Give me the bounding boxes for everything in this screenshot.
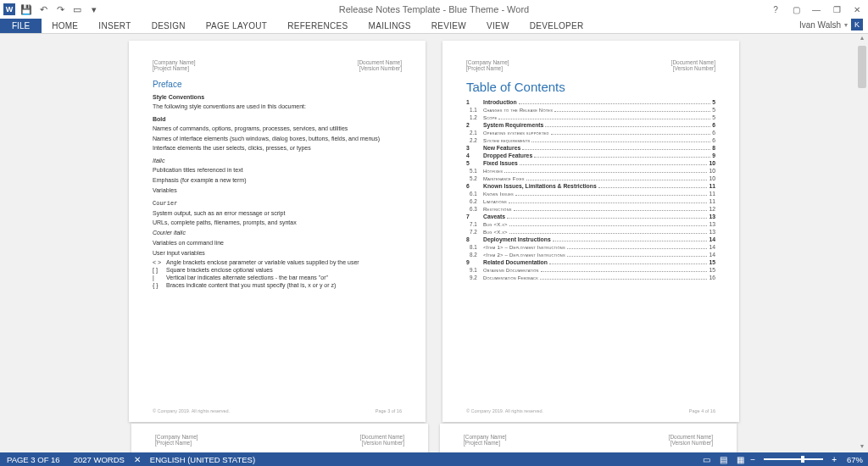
style-conventions-heading: Style Conventions xyxy=(153,94,402,100)
status-page[interactable]: PAGE 3 OF 16 xyxy=(0,455,67,464)
toc-entry[interactable]: 7.2Bug <X.x>13 xyxy=(466,229,715,236)
toc-entry[interactable]: 7.1Bug <X.x>13 xyxy=(466,221,715,228)
document-area[interactable]: [Company Name][Project Name] [Document N… xyxy=(0,34,868,452)
page-header: [Company Name][Project Name] [Document N… xyxy=(153,59,402,71)
zoom-out-button[interactable]: − xyxy=(750,455,755,464)
ribbon-tabs: FILE HOME INSERT DESIGN PAGE LAYOUT REFE… xyxy=(0,19,868,34)
toc-entry[interactable]: 5.1Hotfixes10 xyxy=(466,168,715,175)
tab-mailings[interactable]: MAILINGS xyxy=(359,19,421,33)
toc-entry[interactable]: 9Related Documentation15 xyxy=(466,259,715,266)
window-title: Release Notes Template - Blue Theme - Wo… xyxy=(0,4,868,14)
tab-design[interactable]: DESIGN xyxy=(142,19,196,33)
title-bar: W 💾 ↶ ↷ ▭ ▾ Release Notes Template - Blu… xyxy=(0,0,868,19)
tab-insert[interactable]: INSERT xyxy=(88,19,141,33)
read-mode-icon[interactable]: ▭ xyxy=(699,454,713,464)
qat-customize-icon[interactable]: ▾ xyxy=(88,3,100,15)
tab-page-layout[interactable]: PAGE LAYOUT xyxy=(196,19,277,33)
toc-entry[interactable]: 1.2Scope5 xyxy=(466,114,715,121)
print-layout-icon[interactable]: ▤ xyxy=(716,454,730,464)
toc-heading: Table of Contents xyxy=(466,80,715,94)
tab-review[interactable]: REVIEW xyxy=(421,19,476,33)
toc-entry[interactable]: 8.2<Item 2> – Deployment Instructions14 xyxy=(466,252,715,258)
toc-entry[interactable]: 5.2Maintenance Fixes10 xyxy=(466,175,715,182)
tab-developer[interactable]: DEVELOPER xyxy=(520,19,594,33)
word-app-icon: W xyxy=(3,3,15,15)
status-words[interactable]: 2027 WORDS xyxy=(67,455,131,464)
toc-entry[interactable]: 7Caveats13 xyxy=(466,214,715,220)
ribbon-toggle-icon[interactable]: ▢ xyxy=(790,3,802,15)
page-4[interactable]: [Company Name][Project Name] [Document N… xyxy=(442,41,739,422)
toc-entry[interactable]: 1Introduction5 xyxy=(466,99,715,106)
scroll-down-icon[interactable]: ▾ xyxy=(856,442,868,452)
tab-references[interactable]: REFERENCES xyxy=(277,19,358,33)
toc-entry[interactable]: 4Dropped Features9 xyxy=(466,153,715,159)
toc-entry[interactable]: 8.1<Item 1> – Deployment Instructions14 xyxy=(466,244,715,251)
zoom-level[interactable]: 67% xyxy=(840,455,863,464)
user-name[interactable]: Ivan Walsh xyxy=(799,20,841,30)
page-header: [Company Name][Project Name] [Document N… xyxy=(466,59,715,71)
toc-entry[interactable]: 9.1Obtaining Documentation15 xyxy=(466,267,715,274)
help-icon[interactable]: ? xyxy=(770,3,782,15)
page-6-peek[interactable]: [Company Name][Project Name] [Document N… xyxy=(440,424,737,452)
tab-home[interactable]: HOME xyxy=(42,19,88,33)
status-bar: PAGE 3 OF 16 2027 WORDS ✕ ENGLISH (UNITE… xyxy=(0,452,868,466)
page-3[interactable]: [Company Name][Project Name] [Document N… xyxy=(129,41,426,422)
toc-entry[interactable]: 1.1Changes to the Release Notes5 xyxy=(466,107,715,114)
status-language[interactable]: ENGLISH (UNITED STATES) xyxy=(143,455,262,464)
restore-icon[interactable]: ❐ xyxy=(831,3,843,15)
vertical-scrollbar[interactable]: ▴ ▾ xyxy=(856,34,868,452)
toc-entry[interactable]: 6Known Issues, Limitations & Restriction… xyxy=(466,183,715,190)
toc-entry[interactable]: 6.3Restrictions12 xyxy=(466,206,715,213)
redo-icon[interactable]: ↷ xyxy=(54,3,66,15)
toc-body: 1Introduction51.1Changes to the Release … xyxy=(466,99,715,281)
tab-view[interactable]: VIEW xyxy=(476,19,520,33)
user-avatar[interactable]: K xyxy=(851,19,863,31)
toc-entry[interactable]: 3New Features8 xyxy=(466,145,715,152)
scroll-up-icon[interactable]: ▴ xyxy=(856,34,868,44)
zoom-slider[interactable] xyxy=(764,458,823,460)
close-icon[interactable]: ✕ xyxy=(851,3,863,15)
zoom-slider-thumb[interactable] xyxy=(801,456,804,463)
page-5-peek[interactable]: [Company Name][Project Name] [Document N… xyxy=(131,424,428,452)
save-icon[interactable]: 💾 xyxy=(20,3,32,15)
toc-entry[interactable]: 6.2Limitations11 xyxy=(466,198,715,205)
toc-entry[interactable]: 2.1Operating systems supported6 xyxy=(466,130,715,136)
spellcheck-icon[interactable]: ✕ xyxy=(131,454,143,464)
tab-file[interactable]: FILE xyxy=(0,19,42,33)
touch-mode-icon[interactable]: ▭ xyxy=(71,3,83,15)
toc-entry[interactable]: 5Fixed Issues10 xyxy=(466,160,715,167)
user-dropdown-icon[interactable]: ▾ xyxy=(844,21,848,29)
scroll-thumb[interactable] xyxy=(858,46,866,88)
toc-entry[interactable]: 2.2System requirements6 xyxy=(466,137,715,144)
toc-entry[interactable]: 6.1Known Issues11 xyxy=(466,191,715,197)
zoom-in-button[interactable]: + xyxy=(832,455,837,464)
undo-icon[interactable]: ↶ xyxy=(37,3,49,15)
toc-entry[interactable]: 8Deployment Instructions14 xyxy=(466,236,715,243)
preface-heading: Preface xyxy=(153,80,402,89)
web-layout-icon[interactable]: ▦ xyxy=(733,454,747,464)
toc-entry[interactable]: 2System Requirements6 xyxy=(466,122,715,129)
toc-entry[interactable]: 9.2Documentation Feedback16 xyxy=(466,275,715,281)
minimize-icon[interactable]: — xyxy=(810,3,822,15)
